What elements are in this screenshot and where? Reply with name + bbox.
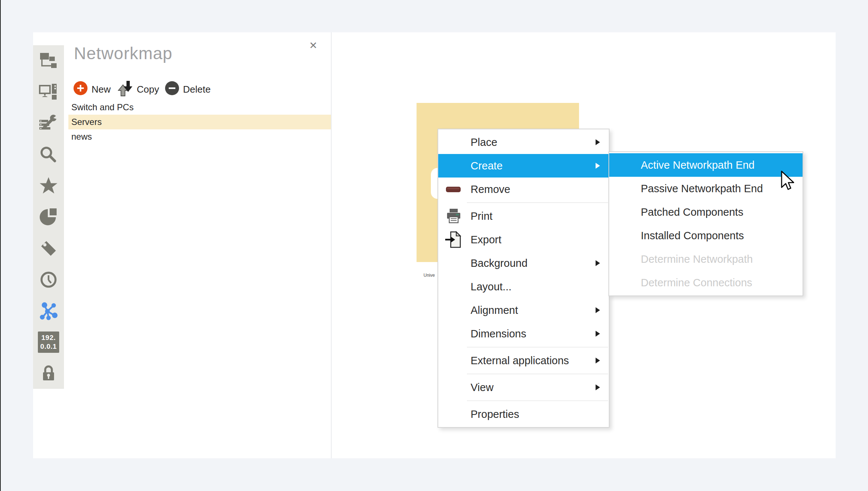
menu-item-label: Properties (471, 408, 519, 420)
submenu-arrow-icon (596, 307, 600, 313)
add-circle-icon (74, 81, 87, 98)
sidebar-item-reports[interactable] (33, 201, 64, 233)
submenu-item-determine-connections: Determine Connections (609, 271, 803, 294)
menu-item-label: Alignment (471, 304, 518, 316)
panel-canvas-divider (331, 32, 332, 458)
sidebar-item-workstation[interactable] (33, 76, 64, 108)
menu-item-remove[interactable]: Remove (438, 178, 609, 201)
menu-item-dimensions[interactable]: Dimensions (438, 322, 609, 345)
menu-item-place[interactable]: Place (438, 130, 609, 154)
ip-line2: 0.0.1 (38, 342, 59, 351)
menu-separator (467, 401, 608, 401)
sidebar-item-topology[interactable] (33, 295, 64, 326)
lock-icon (39, 363, 58, 383)
map-node-label: Unive (424, 273, 435, 278)
ip-line1: 192. (38, 333, 59, 342)
menu-item-label: Active Networkpath End (641, 159, 754, 171)
new-button-label: New (92, 84, 111, 95)
pie-chart-icon (39, 207, 58, 227)
list-item[interactable]: Switch and PCs (68, 100, 331, 115)
menu-item-label: Background (471, 257, 528, 269)
menu-item-label: Patched Components (641, 206, 743, 218)
topology-molecule-icon (39, 301, 58, 321)
menu-item-layout[interactable]: Layout... (438, 275, 609, 298)
menu-item-alignment[interactable]: Alignment (438, 298, 609, 322)
copy-arrows-icon (117, 80, 133, 99)
create-submenu: Active Networkpath End Passive Networkpa… (608, 151, 803, 296)
menu-item-view[interactable]: View (438, 376, 609, 399)
submenu-item-patched-components[interactable]: Patched Components (609, 200, 803, 224)
sidebar-item-search[interactable] (33, 139, 64, 170)
menu-item-label: Determine Networkpath (641, 253, 753, 265)
menu-separator (467, 374, 608, 374)
submenu-arrow-icon (596, 358, 600, 363)
mouse-cursor (780, 171, 795, 193)
menu-item-label: Installed Components (641, 230, 744, 242)
remove-circle-icon (165, 81, 179, 98)
menu-item-label: Dimensions (471, 328, 526, 340)
submenu-arrow-icon (596, 384, 600, 390)
menu-item-label: Place (471, 136, 497, 148)
sidebar-item-tags[interactable] (33, 233, 64, 264)
menu-item-label: Layout... (471, 281, 511, 293)
list-item[interactable]: news (68, 129, 331, 144)
menu-item-label: Passive Networkpath End (641, 183, 763, 195)
menu-item-external-applications[interactable]: External applications (438, 349, 609, 372)
tools-icon (39, 114, 58, 133)
submenu-item-active-networkpath-end[interactable]: Active Networkpath End (609, 153, 803, 177)
networkmap-list: Switch and PCs Servers news (68, 100, 331, 144)
page-title: Networkmap (74, 43, 172, 63)
new-button[interactable]: New (74, 81, 111, 98)
ip-address-icon: 192. 0.0.1 (38, 331, 59, 353)
sidebar-item-network-map[interactable] (33, 45, 64, 76)
delete-button-label: Delete (183, 84, 211, 95)
menu-item-properties[interactable]: Properties (438, 402, 609, 426)
close-button[interactable]: ✕ (307, 39, 320, 52)
submenu-arrow-icon (596, 331, 600, 337)
menu-item-label: Export (471, 234, 501, 246)
menu-item-background[interactable]: Background (438, 251, 609, 275)
menu-item-export[interactable]: Export (438, 228, 609, 251)
submenu-arrow-icon (596, 260, 600, 266)
menu-item-label: Print (471, 210, 493, 222)
copy-button[interactable]: Copy (117, 80, 159, 99)
printer-icon (443, 207, 464, 225)
search-icon (39, 145, 58, 165)
toolbar: New Copy Delete (74, 82, 211, 97)
workstation-icon (39, 82, 58, 102)
network-map-icon (39, 51, 58, 71)
list-item-selected[interactable]: Servers (68, 115, 331, 129)
context-menu: Place Create Remove (437, 129, 610, 428)
menu-item-label: Determine Connections (641, 277, 752, 289)
submenu-arrow-icon (596, 139, 600, 145)
sidebar-item-ip-address[interactable]: 192. 0.0.1 (33, 326, 64, 358)
tag-icon (39, 239, 58, 258)
app-window: 192. 0.0.1 Networkmap ✕ (0, 0, 868, 491)
menu-separator (467, 347, 608, 347)
menu-item-label: View (471, 381, 493, 394)
menu-item-create[interactable]: Create (438, 154, 609, 178)
submenu-item-determine-networkpath: Determine Networkpath (609, 247, 803, 271)
delete-button[interactable]: Delete (165, 81, 211, 98)
submenu-arrow-icon (596, 163, 600, 169)
submenu-item-passive-networkpath-end[interactable]: Passive Networkpath End (609, 177, 803, 200)
clock-icon (39, 270, 58, 290)
sidebar: 192. 0.0.1 (33, 45, 64, 389)
copy-button-label: Copy (137, 84, 159, 95)
sidebar-item-favorites[interactable] (33, 170, 64, 201)
menu-item-print[interactable]: Print (438, 204, 609, 228)
sidebar-item-history[interactable] (33, 264, 64, 295)
export-document-icon (443, 231, 464, 248)
menu-item-label: External applications (471, 355, 569, 367)
menu-item-label: Remove (471, 183, 510, 196)
sidebar-item-security[interactable] (33, 358, 64, 389)
window-left-border (0, 0, 1, 491)
menu-separator (467, 203, 608, 203)
submenu-item-installed-components[interactable]: Installed Components (609, 224, 803, 247)
sidebar-item-tools[interactable] (33, 108, 64, 139)
remove-icon (443, 180, 464, 198)
menu-item-label: Create (471, 160, 503, 172)
star-icon (39, 176, 58, 196)
